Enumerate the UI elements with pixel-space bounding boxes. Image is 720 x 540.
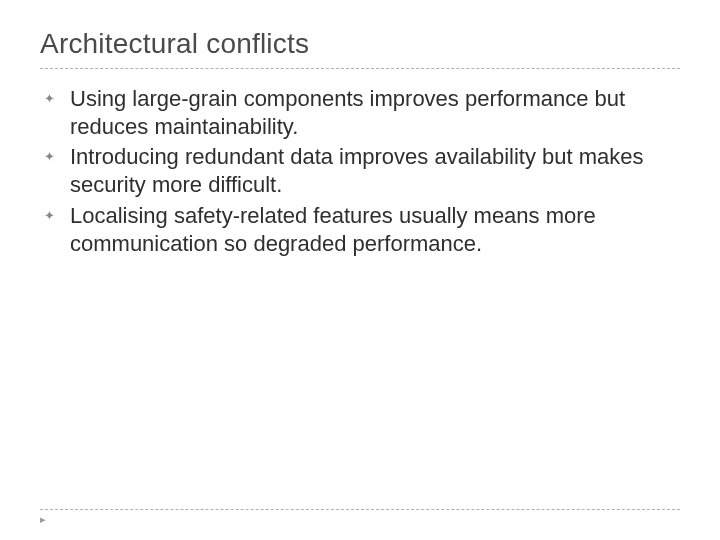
bullet-text: Introducing redundant data improves avai…: [70, 143, 680, 199]
bullet-text: Localising safety-related features usual…: [70, 202, 680, 258]
footer-divider: [40, 509, 680, 510]
slide-title: Architectural conflicts: [40, 28, 680, 69]
bullet-icon: ✦: [44, 85, 70, 105]
list-item: ✦ Introducing redundant data improves av…: [44, 143, 680, 199]
list-item: ✦ Localising safety-related features usu…: [44, 202, 680, 258]
bullet-list: ✦ Using large-grain components improves …: [40, 69, 680, 258]
bullet-text: Using large-grain components improves pe…: [70, 85, 680, 141]
bullet-icon: ✦: [44, 143, 70, 163]
bullet-icon: ✦: [44, 202, 70, 222]
footer-marker-icon: ▸: [40, 513, 46, 526]
list-item: ✦ Using large-grain components improves …: [44, 85, 680, 141]
slide: Architectural conflicts ✦ Using large-gr…: [0, 0, 720, 540]
